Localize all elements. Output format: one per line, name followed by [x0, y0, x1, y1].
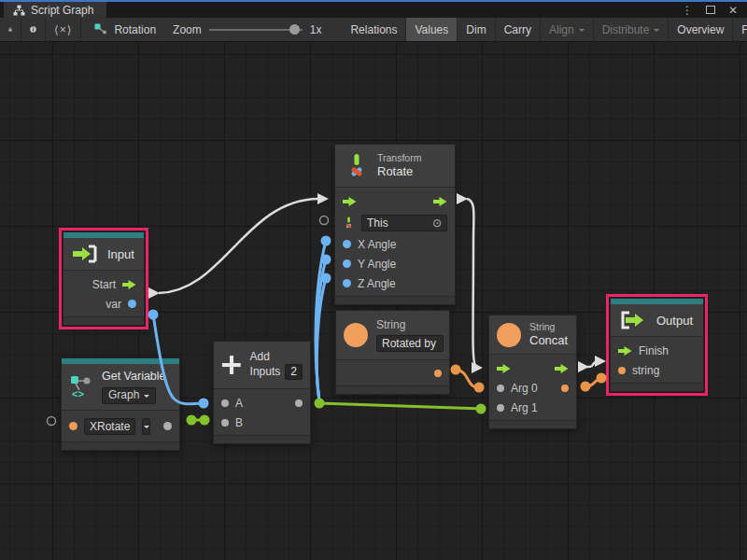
value-output-port[interactable]	[295, 399, 303, 407]
fullscreen-button[interactable]: Full Screen	[733, 18, 747, 41]
control-output-port-icon[interactable]	[555, 364, 569, 373]
unconnected-port[interactable]	[48, 417, 56, 426]
value-input-port[interactable]	[618, 367, 626, 374]
port-row-y-angle[interactable]: Y Angle	[335, 254, 455, 273]
inputs-count-field[interactable]: 2	[285, 364, 303, 380]
control-row[interactable]	[335, 191, 455, 211]
node-add-inputs[interactable]: Add Inputs 2 A B	[213, 341, 311, 444]
breadcrumb[interactable]: Rotation	[81, 18, 169, 41]
value-input-port[interactable]	[343, 240, 351, 248]
control-row[interactable]	[489, 358, 576, 378]
variables-icon: ⟨×⟩	[54, 23, 72, 36]
node-title: Input	[107, 247, 134, 261]
node-subtitle: String	[529, 321, 568, 333]
value-input-port[interactable]	[497, 404, 504, 412]
dim-button[interactable]: Dim	[458, 18, 495, 41]
align-button[interactable]: Align	[541, 18, 594, 41]
chevron-down-icon	[144, 395, 149, 400]
port-row-x-angle[interactable]: X Angle	[335, 234, 455, 254]
value-output-port[interactable]	[434, 370, 442, 377]
carry-button[interactable]: Carry	[496, 18, 541, 41]
distribute-button[interactable]: Distribute	[594, 18, 669, 41]
menu-icon[interactable]: ⋮	[682, 5, 693, 16]
port-row-z-angle[interactable]: Z Angle	[335, 273, 455, 293]
port-row-a[interactable]: A	[214, 393, 310, 413]
close-icon[interactable]: ✕	[728, 5, 738, 16]
variable-name-field[interactable]: XRotate	[84, 418, 135, 435]
info-button[interactable]	[21, 18, 46, 41]
wire-sum-to-yangle[interactable]	[317, 255, 331, 402]
wire-sum-to-zangle[interactable]	[317, 273, 331, 402]
wire-sum-to-arg1[interactable]	[315, 399, 486, 414]
graph-canvas[interactable]: Input Start var	[0, 43, 747, 560]
zoom-slider[interactable]	[209, 29, 303, 31]
node-concat[interactable]: String Concat Arg 0 Arg 1	[488, 315, 577, 429]
port-row-arg0[interactable]: Arg 0	[489, 378, 576, 398]
wire-string-to-arg0[interactable]	[451, 365, 485, 393]
port-row-b[interactable]: B	[214, 413, 310, 432]
node-string-literal[interactable]: String Rotated by	[335, 310, 450, 395]
port-row-output[interactable]	[336, 364, 449, 383]
value-input-port[interactable]	[497, 385, 504, 392]
port-row-this[interactable]: This ⊙	[335, 211, 455, 234]
value-output-port[interactable]	[561, 385, 569, 392]
control-output-port-icon[interactable]	[433, 197, 447, 206]
value-input-port[interactable]	[343, 279, 351, 287]
value-input-port[interactable]	[343, 259, 351, 268]
this-value: This	[367, 217, 388, 230]
variable-scope-dropdown[interactable]: Graph	[102, 387, 156, 404]
port-label: X Angle	[358, 238, 396, 251]
node-get-variable[interactable]: <> Get Variable Graph XRotate	[61, 357, 180, 451]
unconnected-port[interactable]	[320, 217, 329, 225]
tab-script-graph[interactable]: Script Graph	[4, 2, 106, 18]
control-input-port-icon[interactable]	[343, 197, 357, 206]
this-target-field[interactable]: This ⊙	[361, 215, 447, 231]
overview-label: Overview	[677, 23, 724, 36]
wire-rotate-to-concat[interactable]	[457, 193, 483, 373]
string-value-field[interactable]: Rotated by	[376, 335, 444, 352]
values-button[interactable]: Values	[406, 18, 458, 41]
maximize-icon[interactable]	[706, 6, 715, 14]
node-output[interactable]: Output Finish string	[610, 298, 704, 392]
zoom-slider-handle[interactable]	[289, 24, 300, 35]
node-rotate[interactable]: Transform Rotate This	[334, 144, 456, 305]
tab-bar: Script Graph ⋮ ✕	[0, 2, 747, 18]
control-input-port-icon[interactable]	[618, 346, 632, 356]
port-row-var[interactable]: var	[63, 294, 144, 314]
value-input-port[interactable]	[221, 419, 229, 427]
node-title: Get Variable	[102, 370, 166, 385]
inputs-count-value: 2	[290, 365, 297, 379]
node-title-line2: Inputs	[250, 365, 281, 379]
variable-name-dropdown-button[interactable]	[142, 418, 150, 435]
lock-button[interactable]	[0, 18, 21, 41]
align-label: Align	[549, 23, 574, 36]
wire-start-to-rotate[interactable]	[148, 193, 329, 299]
port-label: Arg 0	[511, 382, 538, 395]
value-output-port[interactable]	[128, 300, 136, 308]
value-input-port[interactable]	[69, 422, 78, 430]
node-footer	[611, 383, 703, 391]
node-input[interactable]: Input Start var	[63, 231, 145, 326]
port-row-variable-name[interactable]: XRotate	[62, 414, 179, 439]
wire-concat-to-output[interactable]	[578, 356, 606, 372]
port-label: Finish	[639, 344, 669, 357]
control-output-port-icon[interactable]	[122, 280, 136, 289]
port-row-start[interactable]: Start	[63, 274, 144, 294]
wire-sum-to-xangle[interactable]	[316, 236, 331, 402]
port-row-arg1[interactable]: Arg 1	[489, 398, 576, 417]
graph-icon	[13, 5, 25, 16]
port-row-finish[interactable]: Finish	[611, 341, 703, 360]
wire-getvariable-to-b[interactable]	[187, 415, 210, 426]
node-footer	[336, 385, 449, 394]
window-controls: ⋮ ✕	[682, 2, 747, 18]
wire-result-to-string[interactable]	[581, 373, 607, 392]
object-picker-icon[interactable]: ⊙	[432, 217, 442, 230]
value-input-port[interactable]	[221, 399, 229, 407]
port-row-string[interactable]: string	[611, 360, 703, 380]
variables-toggle-button[interactable]: ⟨×⟩	[46, 18, 81, 41]
node-title-line1: Add	[250, 350, 303, 364]
relations-button[interactable]: Relations	[342, 18, 406, 41]
control-input-port-icon[interactable]	[497, 364, 511, 373]
value-output-port[interactable]	[163, 422, 172, 430]
overview-button[interactable]: Overview	[669, 18, 733, 41]
